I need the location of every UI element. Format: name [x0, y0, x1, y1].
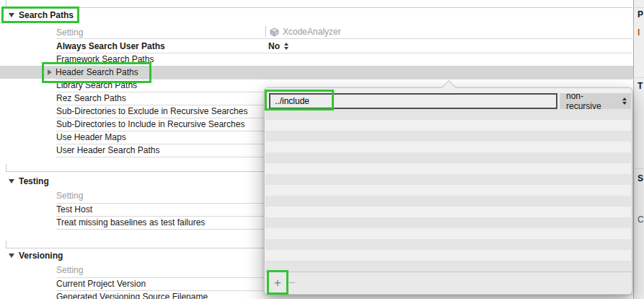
setting-value[interactable]: No [268, 40, 288, 53]
setting-label: Always Search User Paths [56, 40, 165, 53]
path-list[interactable] [265, 109, 631, 272]
target-name: XcodeAnalyzer [283, 26, 341, 38]
clipped-label: P [638, 9, 643, 20]
column-header-setting: Setting [56, 190, 83, 202]
clipped-label: T [638, 81, 643, 91]
dropdown-stepper-icon [622, 98, 627, 105]
section-divider [6, 7, 632, 8]
column-header-setting: Setting [56, 264, 83, 276]
setting-label: Rez Search Paths [56, 92, 126, 105]
section-header-versioning[interactable]: Versioning [9, 250, 63, 261]
column-header-setting: Setting [56, 27, 83, 38]
recursion-dropdown[interactable]: non-recursive [560, 93, 631, 109]
column-header-target[interactable]: XcodeAnalyzer [270, 26, 341, 38]
setting-label: Sub-Directories to Include in Recursive … [56, 118, 244, 131]
section-border-stub [6, 164, 6, 171]
annotation-box-search-paths [1, 6, 79, 23]
column-divider [265, 26, 266, 37]
setting-label: Generated Versioning Source Filename [56, 290, 208, 299]
value-text: No [268, 40, 280, 53]
section-title: Testing [19, 176, 49, 186]
setting-label: Use Header Maps [56, 131, 126, 144]
annotation-box-include-path [265, 90, 334, 110]
xcode-target-icon [270, 27, 279, 37]
annotation-box-header-search-paths [42, 62, 151, 83]
setting-label: User Header Search Paths [56, 144, 159, 157]
setting-label: Sub-Directories to Exclude in Recursive … [56, 105, 247, 118]
clipped-label: I [638, 27, 640, 38]
clipped-label: S [638, 173, 643, 183]
section-header-testing[interactable]: Testing [9, 176, 49, 187]
settings-row-always-search-user-paths[interactable]: Always Search User Paths No [0, 40, 633, 53]
disclosure-down-icon [9, 179, 14, 183]
popover-toolbar: + − [265, 272, 631, 293]
right-inspector-panel-clipped: P I T S C [633, 0, 644, 299]
recursion-value: non-recursive [566, 91, 618, 111]
section-title: Versioning [19, 251, 63, 261]
clipped-label: C [638, 214, 644, 225]
section-border-stub [6, 240, 6, 248]
stepper-icon[interactable] [284, 43, 288, 50]
setting-label: Treat missing baselines as test failures [56, 216, 205, 229]
annotation-box-add-button [267, 270, 288, 295]
setting-label: Test Host [56, 203, 92, 216]
disclosure-down-icon [9, 254, 14, 258]
header-search-paths-popover: ../include non-recursive + − [264, 87, 632, 295]
setting-label: Current Project Version [56, 277, 146, 290]
